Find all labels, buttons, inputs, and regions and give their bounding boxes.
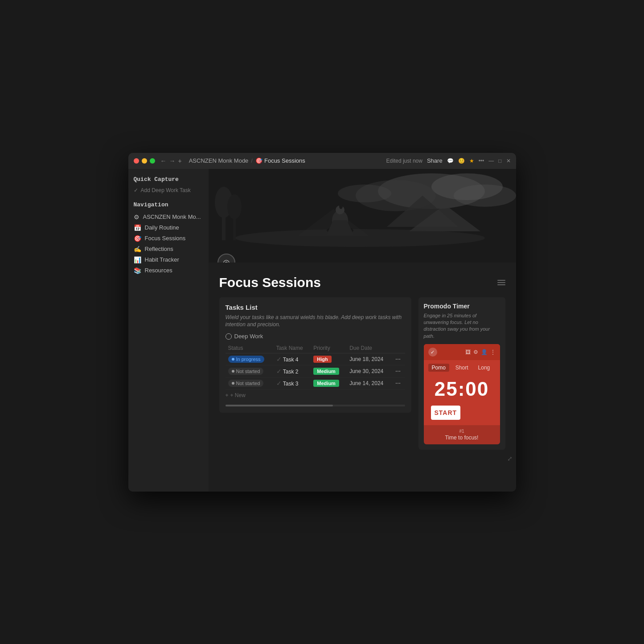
tasks-section-desc: Wield your tasks like a samurai wields h…: [226, 314, 405, 329]
tasks-section-title: Tasks List: [226, 304, 405, 311]
breadcrumb: ASCNZEN Monk Mode / 🎯 Focus Sessions: [189, 157, 305, 164]
back-button[interactable]: ←: [160, 157, 167, 164]
breadcrumb-current: 🎯 Focus Sessions: [255, 157, 305, 164]
page-title-row: Focus Sessions: [219, 275, 505, 290]
task-name-text-1[interactable]: Task 4: [283, 357, 299, 363]
titlebar-actions: Edited just now Share 💬 😊 ★ ••• — □ ✕: [386, 157, 511, 164]
svg-point-5: [338, 185, 391, 202]
task-more-2[interactable]: ⋯: [393, 365, 405, 377]
timer-more-icon[interactable]: ⋮: [490, 349, 496, 355]
col-status: Status: [226, 343, 274, 353]
status-badge-notstarted-1: Not started: [228, 368, 264, 375]
task-status-1: In progress: [226, 353, 274, 365]
breadcrumb-separator: /: [251, 157, 253, 164]
comment-icon[interactable]: 💬: [447, 158, 454, 164]
focus-sessions-icon: 🎯: [134, 235, 141, 242]
timer-tab-long[interactable]: Long: [475, 364, 494, 372]
add-new-task-button[interactable]: + + New: [226, 390, 405, 401]
task-priority-1: High: [311, 353, 347, 365]
timer-image-icon[interactable]: 🖼: [465, 349, 471, 355]
timer-start-button[interactable]: START: [431, 406, 461, 420]
right-column: Promodo Timer Engage in 25 minutes of un…: [418, 297, 505, 450]
app-window: ← → + ASCNZEN Monk Mode / 🎯 Focus Sessio…: [128, 153, 516, 492]
star-icon[interactable]: ★: [469, 158, 474, 164]
timer-footer: #1 Time to focus!: [424, 425, 500, 444]
task-name-1: ✓ Task 4: [274, 353, 311, 365]
table-row: Not started ✓ Task 2 Medium: [226, 365, 405, 377]
timer-display: 25:00: [424, 374, 500, 406]
titlebar: ← → + ASCNZEN Monk Mode / 🎯 Focus Sessio…: [128, 153, 516, 169]
sidebar-item-reflections[interactable]: ✍ Reflections: [134, 244, 203, 254]
add-deep-work-label: Add Deep Work Task: [141, 187, 191, 193]
check-icon: ✓: [134, 187, 138, 193]
status-dot-1: [232, 358, 234, 361]
task-priority-2: Medium: [311, 365, 347, 377]
status-badge-inprogress: In progress: [228, 356, 264, 363]
forward-button[interactable]: →: [169, 157, 176, 164]
task-priority-3: Medium: [311, 377, 347, 390]
svg-point-18: [339, 204, 343, 209]
hamburger-line-1: [497, 280, 505, 281]
task-duedate-1: June 18, 2024: [347, 353, 392, 365]
share-button[interactable]: Share: [427, 157, 443, 164]
scroll-thumb[interactable]: [226, 405, 333, 406]
breadcrumb-parent[interactable]: ASCNZEN Monk Mode: [189, 157, 249, 164]
add-deep-work-button[interactable]: ✓ Add Deep Work Task: [134, 186, 203, 194]
maximize-button[interactable]: [150, 158, 155, 164]
col-due-date: Due Date: [347, 343, 392, 353]
deep-work-label: Deep Work: [226, 333, 405, 340]
col-actions: [393, 343, 405, 353]
col-priority: Priority: [311, 343, 347, 353]
window-close-icon[interactable]: ✕: [506, 158, 511, 164]
col-task-name: Task Name: [274, 343, 311, 353]
hamburger-line-2: [497, 282, 505, 283]
minimize-button[interactable]: [142, 158, 147, 164]
sidebar-item-focus-sessions-label: Focus Sessions: [145, 235, 186, 242]
sidebar-item-focus-sessions[interactable]: 🎯 Focus Sessions: [134, 233, 203, 244]
status-badge-notstarted-2: Not started: [228, 380, 264, 387]
timer-section: Promodo Timer Engage in 25 minutes of un…: [418, 297, 505, 450]
timer-tab-pomo[interactable]: Pomo: [428, 364, 449, 372]
timer-tabs: Pomo Short Long: [424, 360, 500, 374]
emoji-icon[interactable]: 😊: [458, 158, 465, 164]
timer-user-icon[interactable]: 👤: [481, 349, 488, 355]
svg-point-4: [454, 185, 516, 207]
hero-image: ◎: [209, 169, 516, 263]
new-tab-button[interactable]: +: [178, 157, 182, 164]
timer-widget: ✓ 🖼 ⚙ 👤 ⋮ P: [424, 344, 500, 444]
resize-icon[interactable]: ⤢: [507, 455, 513, 462]
close-button[interactable]: [134, 158, 139, 164]
timer-tab-short[interactable]: Short: [452, 364, 472, 372]
edited-status: Edited just now: [386, 158, 422, 164]
task-more-3[interactable]: ⋯: [393, 377, 405, 390]
sidebar-item-monk-mode[interactable]: ⚙ ASCNZEN Monk Mo...: [134, 212, 203, 222]
window-restore-icon[interactable]: □: [498, 158, 501, 164]
priority-badge-medium-1: Medium: [313, 368, 339, 375]
session-label: Time to focus!: [427, 435, 496, 441]
svg-point-10: [235, 229, 485, 247]
sidebar: Quick Capture ✓ Add Deep Work Task Navig…: [128, 169, 209, 492]
task-check-icon-2: ✓: [276, 368, 282, 375]
sidebar-item-daily-routine[interactable]: 📅 Daily Routine: [134, 222, 203, 233]
task-check-icon-1: ✓: [276, 356, 282, 363]
timer-settings-icon[interactable]: ⚙: [473, 349, 478, 355]
timer-check-icon: ✓: [428, 348, 437, 357]
resize-area: ⤢: [209, 457, 516, 466]
menu-icon[interactable]: [497, 280, 505, 285]
task-more-1[interactable]: ⋯: [393, 353, 405, 365]
task-table: Status Task Name Priority Due Date: [226, 343, 405, 390]
task-check-icon-3: ✓: [276, 380, 282, 387]
timer-widget-header: ✓ 🖼 ⚙ 👤 ⋮: [424, 344, 500, 360]
window-minimize-icon[interactable]: —: [488, 158, 494, 164]
task-name-text-2[interactable]: Task 2: [283, 369, 299, 375]
sidebar-item-habit-tracker[interactable]: 📊 Habit Tracker: [134, 254, 203, 265]
page-icon-small: 🎯: [255, 157, 263, 164]
quick-capture-title: Quick Capture: [134, 176, 203, 183]
sidebar-item-resources[interactable]: 📚 Resources: [134, 265, 203, 276]
task-name-text-3[interactable]: Task 3: [283, 381, 299, 387]
nav-buttons: ← → +: [160, 157, 182, 164]
more-icon[interactable]: •••: [479, 158, 484, 164]
plus-icon: +: [226, 392, 229, 398]
page-body: Focus Sessions Tasks List Wield you: [209, 263, 516, 457]
tasks-section: Tasks List Wield your tasks like a samur…: [219, 297, 411, 413]
